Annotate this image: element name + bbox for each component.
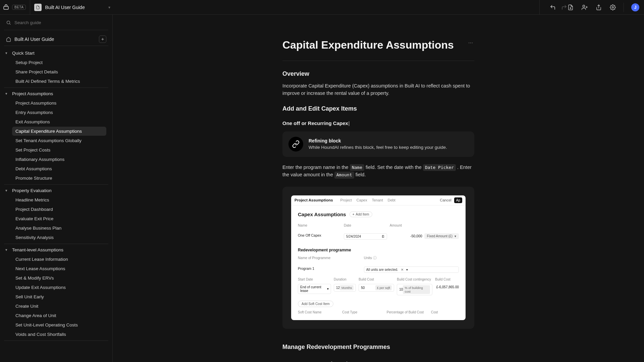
add-edit-heading: Add and Edit Capex Items: [282, 105, 474, 112]
sidebar-section-header[interactable]: ▾Tenant-level Assumptions: [4, 245, 108, 254]
add-user-icon[interactable]: [581, 4, 588, 11]
row-start: End of current lease▾: [298, 284, 331, 294]
undo-button[interactable]: [550, 4, 556, 10]
body: Built AI User Guide ＋ ▾Quick StartSetup …: [0, 15, 644, 362]
sidebar-item[interactable]: Next Lease Assumptions: [12, 264, 106, 273]
shot-redev-heading: Redevelopment programme: [298, 248, 459, 252]
sidebar-item[interactable]: Project Assumptions: [12, 99, 106, 108]
sidebar-home-label: Built AI User Guide: [14, 37, 54, 42]
sidebar-item[interactable]: Sell Unit Early: [12, 292, 106, 301]
refining-block: Refining block While HoundAI refines thi…: [282, 131, 474, 157]
clear-icon: ✕: [401, 268, 404, 272]
page-menu-button[interactable]: ⋯: [467, 39, 474, 47]
overview-heading: Overview: [282, 70, 474, 77]
col-dur: Duration: [334, 278, 356, 281]
col-pbc: Percentage of Build Cost: [387, 310, 428, 314]
new-document-icon[interactable]: [567, 4, 574, 11]
col-cost: Cost: [431, 310, 459, 314]
document-icon: [34, 4, 42, 11]
sidebar-item[interactable]: Inflationary Assumptions: [12, 155, 106, 164]
sidebar-item[interactable]: Create Unit: [12, 302, 106, 311]
sidebar-section-label: Property Evaluation: [12, 188, 52, 193]
enter-programme-heading: Enter Programme Information: [282, 361, 474, 362]
sidebar-item[interactable]: Built AI Defined Terms & Metrics: [12, 77, 106, 86]
sidebar-item[interactable]: Promote Structure: [12, 174, 106, 183]
refining-icon: [288, 137, 303, 152]
col-bc: Build Cost: [359, 278, 394, 281]
row-bc: 50£ per sqft: [359, 284, 394, 292]
refining-title: Refining block: [309, 138, 447, 143]
sidebar-section-property-evaluation: ▾Property EvaluationHeadline MetricsProj…: [4, 185, 108, 244]
sidebar-item[interactable]: Set Tenant Assumptions Globally: [12, 136, 106, 145]
sidebar-item[interactable]: Voids and Cost Shortfalls: [12, 330, 106, 339]
chevron-down-icon: ▾: [5, 51, 9, 55]
sidebar-item[interactable]: Current Lease Information: [12, 255, 106, 264]
sidebar-item[interactable]: Set Project Costs: [12, 145, 106, 155]
app-logo-icon: [3, 4, 9, 11]
settings-icon[interactable]: [609, 4, 616, 11]
sidebar-item[interactable]: Debt Assumptions: [12, 164, 106, 173]
header-divider: [30, 0, 30, 15]
shot-tabs: Project Capex Tenant Debt: [340, 198, 395, 202]
sidebar-home[interactable]: Built AI User Guide ＋: [4, 33, 108, 46]
embedded-screenshot: Project Assumptions Project Capex Tenant…: [291, 195, 466, 320]
page-title: Capital Expenditure Assumptions: [282, 39, 454, 51]
instruction-paragraph: Enter the program name in the Name field…: [282, 164, 474, 179]
col-start: Start Date: [298, 278, 331, 281]
calendar-icon: 🗓: [381, 235, 385, 238]
shot-cancel: Cancel: [440, 198, 451, 202]
code-date-picker: Date Picker: [423, 164, 456, 171]
sidebar-item[interactable]: Sensitivity Analysis: [12, 233, 106, 242]
beta-badge: BETA: [12, 5, 26, 10]
doc-title-group[interactable]: Built AI User Guide ▾: [34, 4, 535, 11]
undo-redo-group: [550, 4, 567, 10]
col-date: Date: [344, 223, 387, 229]
sidebar-item[interactable]: Entry Assumptions: [12, 108, 106, 117]
sidebar-item[interactable]: Change Area of Unit: [12, 311, 106, 320]
shot-add-soft-cost: Add Soft Cost Item: [298, 301, 333, 307]
svg-rect-0: [4, 6, 8, 9]
sidebar-section-header[interactable]: ▾Quick Start: [4, 49, 108, 58]
user-avatar[interactable]: J: [631, 3, 639, 11]
chevron-down-icon[interactable]: ▾: [108, 5, 110, 10]
share-icon[interactable]: [595, 4, 602, 11]
sidebar-item[interactable]: Setup Project: [12, 58, 106, 67]
row-dur: 12Months: [334, 284, 356, 292]
sidebar-item[interactable]: Update Exit Assumptions: [12, 283, 106, 292]
sidebar-section-header[interactable]: ▾Project Assumptions: [4, 89, 108, 98]
add-section-button[interactable]: ＋: [99, 36, 106, 43]
sidebar-section-header[interactable]: ▾Property Evaluation: [4, 186, 108, 195]
sidebar-item[interactable]: Set & Modify ERVs: [12, 274, 106, 283]
shot-title: Capex Assumptions: [298, 212, 346, 217]
search-input[interactable]: [14, 20, 106, 25]
row-units: All units are selected.✕▾: [364, 266, 459, 273]
row-bcc: 10% of building cost: [397, 284, 432, 295]
sidebar-item[interactable]: Analyse Business Plan: [12, 224, 106, 233]
header-divider: [539, 0, 540, 15]
shot-tab: Debt: [388, 198, 395, 202]
row-amount-type: Fixed Amount (£)▾: [424, 233, 459, 239]
sidebar-item[interactable]: Share Project Details: [12, 67, 106, 76]
sidebar-item[interactable]: Set Unit-Level Operating Costs: [12, 320, 106, 329]
text-cursor: [349, 121, 349, 126]
header-actions: J: [567, 3, 641, 12]
col-name: Name: [298, 223, 341, 229]
sidebar-section-label: Quick Start: [12, 51, 35, 56]
sidebar-item[interactable]: Project Dashboard: [12, 205, 106, 214]
redo-button[interactable]: [561, 4, 567, 10]
sidebar-item[interactable]: Exit Assumptions: [12, 117, 106, 126]
sidebar-section-quick-start: ▾Quick StartSetup ProjectShare Project D…: [4, 47, 108, 88]
sidebar-search[interactable]: [4, 18, 108, 30]
shot-apply: Ap: [454, 197, 462, 203]
page-content: Capital Expenditure Assumptions ⋯ Overvi…: [282, 15, 474, 362]
sidebar-item[interactable]: Headline Metrics: [12, 195, 106, 204]
shot-header: Project Assumptions Project Capex Tenant…: [291, 195, 466, 205]
shot-breadcrumb: Project Assumptions: [294, 198, 333, 202]
chevron-down-icon: ▾: [5, 248, 9, 252]
one-off-heading: One off or Recurring Capex: [282, 120, 474, 126]
screenshot-card: Project Assumptions Project Capex Tenant…: [282, 187, 474, 329]
col-units: Units ⓘ: [364, 256, 459, 262]
sidebar-item[interactable]: Evaluate Exit Price: [12, 214, 106, 223]
code-amount: Amount: [334, 172, 354, 178]
sidebar-item[interactable]: Capital Expenditure Assumptions: [12, 127, 106, 136]
